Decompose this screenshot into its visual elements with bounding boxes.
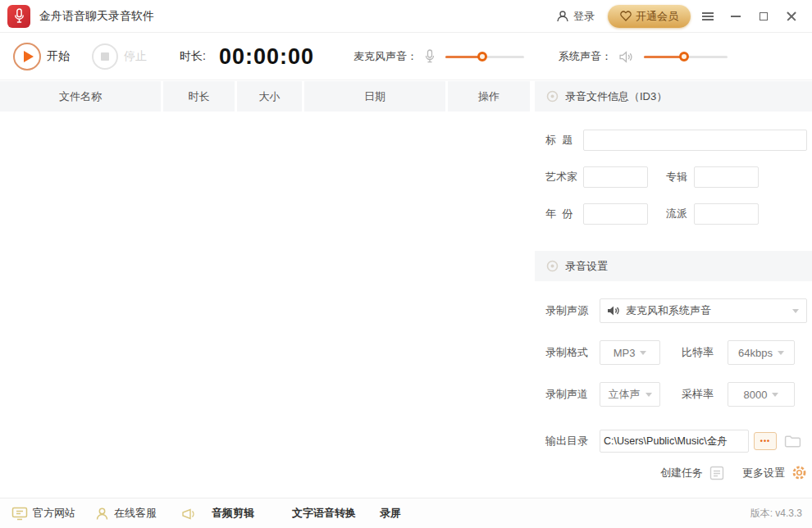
channel-dropdown[interactable]: 立体声 [600,382,660,407]
id3-section-header: 录音文件信息（ID3） [535,81,812,112]
duration-value: 00:00:00 [219,44,314,70]
task-list-icon[interactable] [709,466,724,480]
chevron-down-icon [645,393,652,397]
source-value: 麦克风和系统声音 [626,303,711,318]
format-dropdown[interactable]: MP3 [600,340,660,365]
year-input[interactable] [583,203,648,225]
recordings-table: 文件名称 时长 大小 日期 操作 [0,81,530,498]
person-icon [556,10,569,23]
minimize-button[interactable] [725,6,746,27]
microphone-icon [425,49,435,64]
bitrate-label: 比特率 [682,345,721,360]
mic-slider-handle[interactable] [477,52,487,61]
samplerate-dropdown[interactable]: 8000 [728,382,795,407]
channel-label: 录制声道 [545,387,593,402]
start-record-button[interactable]: 开始 [0,43,70,71]
hamburger-icon [702,12,714,20]
output-dir-label: 输出目录 [545,434,593,448]
col-header-date: 日期 [304,81,445,112]
app-window: 金舟语音聊天录音软件 登录 开通会员 开始 [0,0,812,528]
title-field-label: 标 题 [545,133,583,148]
album-input[interactable] [694,166,759,188]
chevron-down-icon [640,351,646,355]
record-disc-icon [546,90,559,102]
samplerate-label: 采样率 [682,387,721,402]
system-slider-handle[interactable] [679,52,689,61]
record-toolbar: 开始 停止 时长: 00:00:00 麦克风声音： 系统声音： [0,34,812,80]
login-label: 登录 [573,9,595,24]
chevron-down-icon [792,309,799,313]
file-list-empty [0,112,530,498]
artist-input[interactable] [583,166,648,188]
genre-input[interactable] [694,203,759,225]
promo-horn[interactable] [181,507,196,521]
source-dropdown[interactable]: 麦克风和系统声音 [600,298,807,323]
start-label: 开始 [47,49,70,64]
titlebar: 金舟语音聊天录音软件 登录 开通会员 [0,0,812,33]
settings-disc-icon [546,260,559,272]
audio-edit-link[interactable]: 音频剪辑 [212,506,254,521]
id3-section-title: 录音文件信息（ID3） [565,89,667,104]
chevron-down-icon [778,351,784,355]
settings-section-title: 录音设置 [565,259,608,274]
customer-service-icon [95,507,109,521]
stop-icon [92,43,118,70]
bitrate-dropdown[interactable]: 64kbps [728,340,795,365]
right-panel: 录音文件信息（ID3） 标 题 艺术家 专辑 年 份 流派 录音设置 录 [535,81,812,498]
bitrate-value: 64kbps [738,347,773,359]
horn-icon [181,507,196,521]
mic-volume-label: 麦克风声音： [354,49,417,64]
tts-link[interactable]: 文字语音转换 [292,506,356,521]
play-icon [13,43,41,71]
stop-record-button[interactable]: 停止 [70,43,147,70]
genre-field-label: 流派 [666,207,694,221]
col-header-duration: 时长 [163,81,235,112]
system-volume-label: 系统声音： [559,49,612,64]
title-input[interactable] [583,130,807,151]
maximize-icon [760,12,768,20]
official-website-link[interactable]: 官方网站 [11,506,75,521]
artist-field-label: 艺术家 [545,170,583,184]
official-website-label: 官方网站 [33,506,75,521]
open-folder-button[interactable] [784,435,801,448]
monitor-icon [11,507,28,521]
duration-label: 时长: [180,49,206,64]
online-support-link[interactable]: 在线客服 [95,506,157,521]
close-icon [787,11,796,21]
format-value: MP3 [614,347,636,359]
channel-value: 立体声 [609,387,641,402]
login-button[interactable]: 登录 [556,9,595,24]
screen-record-link[interactable]: 录屏 [380,506,401,521]
vip-button[interactable]: 开通会员 [608,5,691,28]
app-title: 金舟语音聊天录音软件 [39,9,154,24]
samplerate-value: 8000 [744,389,768,401]
maximize-button[interactable] [753,6,774,27]
create-task-link[interactable]: 创建任务 [660,466,703,480]
audio-edit-label: 音频剪辑 [212,506,254,521]
format-label: 录制格式 [545,345,593,360]
version-label: 版本: v4.3.3 [750,507,802,521]
speaker-icon [619,51,633,63]
footer-bar: 官方网站 在线客服 音频剪辑 文字语音转换 录屏 版本: v4.3.3 [0,498,812,528]
system-volume-slider[interactable] [644,56,728,58]
gear-icon[interactable] [791,465,807,480]
browse-button[interactable]: ••• [754,432,777,450]
album-field-label: 专辑 [666,170,694,184]
source-label: 录制声源 [545,303,593,318]
stop-label: 停止 [124,49,147,64]
vip-label: 开通会员 [636,9,678,24]
settings-section-header: 录音设置 [535,251,812,281]
app-logo [7,5,30,28]
vip-heart-icon [620,11,632,21]
mic-volume-slider[interactable] [445,56,524,58]
minimize-icon [731,16,741,17]
more-settings-link[interactable]: 更多设置 [742,466,785,480]
output-dir-input[interactable] [600,430,749,453]
year-field-label: 年 份 [545,207,583,221]
screen-record-label: 录屏 [380,506,401,521]
menu-button[interactable] [697,6,718,27]
tts-label: 文字语音转换 [292,506,356,521]
col-header-filename: 文件名称 [0,81,161,112]
mic-logo-icon [14,8,25,24]
close-button[interactable] [781,6,802,27]
